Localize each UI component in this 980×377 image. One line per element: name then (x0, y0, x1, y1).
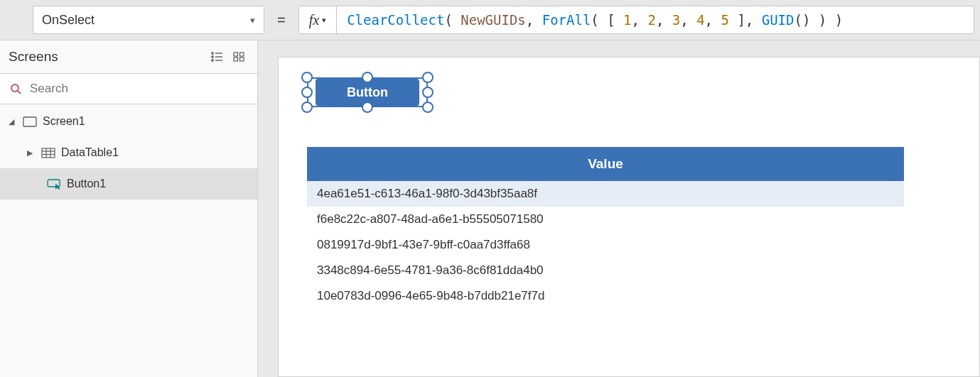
formula-bar: OnSelect ▾ = fx ▾ ClearCollect( NewGUIDs… (0, 0, 980, 40)
control-tree: ◢ Screen1 ▶ DataTable1 (0, 104, 257, 200)
resize-handle-tr[interactable] (422, 72, 434, 83)
resize-handle-br[interactable] (422, 102, 434, 113)
screen-icon (23, 115, 37, 128)
resize-handle-bc[interactable] (362, 102, 373, 113)
search-input[interactable] (28, 81, 247, 97)
selection-adorner[interactable]: Button (301, 72, 434, 113)
svg-line-11 (18, 91, 21, 94)
svg-point-10 (11, 84, 18, 92)
datatable-control[interactable]: Value 4ea61e51-c613-46a1-98f0-3d43bf35aa… (307, 147, 904, 309)
list-view-icon[interactable] (210, 52, 223, 62)
search-box[interactable] (0, 73, 257, 104)
formula-text[interactable]: ClearCollect( NewGUIDs, ForAll( [ 1, 2, … (337, 12, 974, 28)
svg-rect-7 (240, 53, 244, 56)
resize-handle-mr[interactable] (422, 87, 434, 98)
property-selector[interactable]: OnSelect ▾ (33, 6, 264, 34)
button-icon (47, 177, 61, 190)
table-row[interactable]: 4ea61e51-c613-46a1-98f0-3d43bf35aa8f (307, 181, 904, 207)
tree-view-title: Screens (9, 49, 58, 65)
resize-handle-tc[interactable] (362, 72, 373, 83)
resize-handle-ml[interactable] (301, 87, 313, 98)
collapse-icon[interactable]: ◢ (9, 117, 17, 126)
table-row[interactable]: 3348c894-6e55-4781-9a36-8c6f81dda4b0 (307, 258, 904, 283)
tree-item-screen1[interactable]: ◢ Screen1 (0, 106, 257, 137)
table-row[interactable]: 0819917d-9bf1-43e7-9bff-c0aa7d3ffa68 (307, 232, 904, 258)
equals-sign: = (273, 12, 290, 28)
column-header-value: Value (588, 156, 623, 172)
search-icon (10, 83, 21, 94)
fx-button[interactable]: fx ▾ (299, 6, 337, 33)
property-selector-value: OnSelect (42, 13, 95, 28)
table-header[interactable]: Value (307, 147, 904, 181)
svg-rect-9 (240, 58, 244, 61)
chevron-down-icon: ▾ (322, 16, 326, 25)
tree-view-header: Screens (0, 40, 257, 73)
chevron-down-icon: ▾ (250, 15, 255, 26)
formula-input[interactable]: fx ▾ ClearCollect( NewGUIDs, ForAll( [ 1… (298, 6, 974, 34)
tree-item-button1[interactable]: Button1 (0, 168, 257, 200)
tree-item-label: Screen1 (43, 115, 85, 128)
tree-item-label: Button1 (67, 177, 106, 190)
table-row[interactable]: f6e8c22c-a807-48ad-a6e1-b55505071580 (307, 207, 904, 232)
svg-point-1 (212, 56, 213, 58)
button-label: Button (347, 85, 388, 100)
tree-item-datatable1[interactable]: ▶ DataTable1 (0, 137, 257, 168)
tree-view-panel: Screens ◢ (0, 40, 258, 377)
screen-surface[interactable]: Button Value 4ea61e51-c613-46 (278, 57, 980, 377)
expand-icon[interactable]: ▶ (27, 148, 36, 158)
svg-rect-8 (234, 58, 238, 61)
resize-handle-tl[interactable] (301, 72, 313, 83)
svg-rect-12 (23, 117, 36, 126)
tree-item-label: DataTable1 (61, 146, 119, 159)
svg-point-2 (212, 60, 213, 61)
svg-point-0 (212, 53, 213, 54)
grid-view-icon[interactable] (233, 52, 244, 62)
table-row[interactable]: 10e0783d-0996-4e65-9b48-b7ddb21e7f7d (307, 283, 904, 309)
fx-icon: fx (309, 12, 319, 28)
svg-rect-13 (42, 148, 55, 158)
design-canvas[interactable]: Button Value 4ea61e51-c613-46 (258, 40, 980, 377)
resize-handle-bl[interactable] (301, 102, 313, 113)
svg-rect-6 (234, 53, 238, 56)
table-icon (41, 146, 55, 159)
